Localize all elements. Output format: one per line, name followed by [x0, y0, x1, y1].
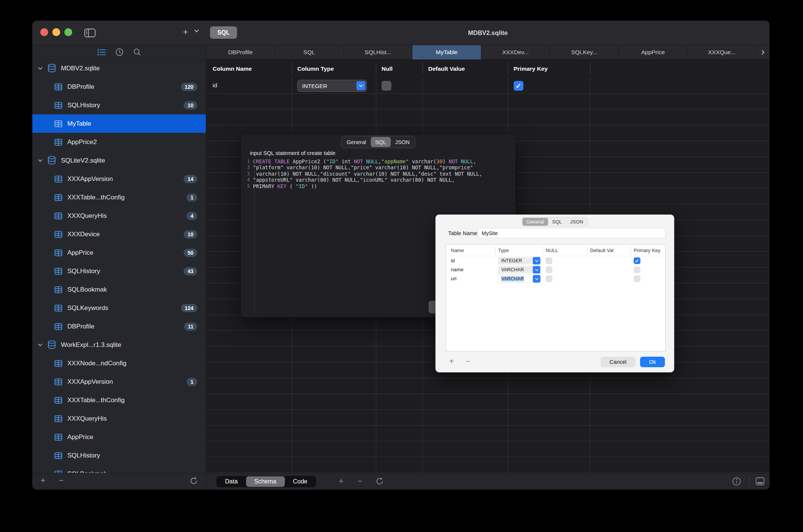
dialog-column-row[interactable]: nameVARCHAR: [446, 265, 665, 274]
table-row[interactable]: [206, 378, 770, 394]
tab-xxxdev[interactable]: XXXDev...: [481, 45, 550, 59]
dialog-tab-general[interactable]: General: [522, 218, 548, 226]
chevron-expand-icon[interactable]: [38, 343, 44, 347]
chevron-down-icon[interactable]: [194, 29, 199, 33]
sidebar-item-table[interactable]: AppPrice: [32, 428, 206, 446]
code-token: AppPrice2 (: [290, 158, 327, 164]
tab-sqlkey[interactable]: SQLKey...: [550, 45, 619, 59]
table-name-field[interactable]: MySite: [478, 228, 666, 238]
cancel-button[interactable]: Cancel: [601, 357, 636, 367]
add-database-button[interactable]: +: [41, 476, 46, 485]
panel-tab-sql[interactable]: SQL: [371, 137, 391, 147]
list-view-icon[interactable]: [97, 49, 106, 56]
chevron-expand-icon[interactable]: [38, 67, 44, 70]
sidebar-item-table[interactable]: DBProfile11: [32, 317, 206, 336]
minimize-window-button[interactable]: [52, 28, 60, 36]
chevron-down-icon: [533, 275, 540, 283]
sidebar-item-table[interactable]: SQLKeywords124: [32, 299, 206, 317]
table-row[interactable]: [206, 109, 770, 125]
column-type-dropdown[interactable]: INTEGER: [297, 80, 367, 92]
cell-column-name[interactable]: id: [213, 82, 217, 89]
sidebar-item-table[interactable]: MyTable: [32, 114, 206, 133]
table-icon: [53, 359, 63, 368]
dialog-null-checkbox[interactable]: [546, 257, 552, 264]
sidebar-item-table[interactable]: SQLHistory43: [32, 262, 206, 280]
sidebar-item-table[interactable]: AppPrice50: [32, 243, 206, 262]
dialog-column-row[interactable]: idINTEGER✓: [446, 256, 665, 265]
table-row[interactable]: [206, 457, 770, 473]
code-token: [363, 158, 366, 164]
history-clock-icon[interactable]: [116, 48, 123, 56]
dialog-tab-sql[interactable]: SQL: [548, 218, 566, 226]
sidebar-item-table[interactable]: XXXAppVersion14: [32, 170, 206, 188]
table-row[interactable]: [206, 394, 770, 410]
dialog-type-dropdown[interactable]: VARCHAR: [498, 275, 540, 283]
refresh-icon[interactable]: [190, 477, 198, 485]
segment-code[interactable]: Code: [285, 476, 316, 487]
null-checkbox[interactable]: [382, 81, 391, 91]
segment-data[interactable]: Data: [217, 476, 246, 487]
dialog-null-checkbox[interactable]: [546, 275, 552, 282]
dialog-tab-json[interactable]: JSON: [566, 218, 587, 226]
sidebar-item-database[interactable]: MDBV2.sqlite: [32, 59, 206, 78]
sidebar-item-table[interactable]: XXXQueryHis: [32, 409, 206, 428]
tab-overflow-button[interactable]: [756, 45, 770, 59]
dialog-column-header-type: Type: [498, 245, 509, 256]
add-column-button[interactable]: +: [339, 476, 344, 486]
chevron-expand-icon[interactable]: [38, 159, 44, 162]
table-row[interactable]: [206, 94, 770, 109]
main-bottom-bar: DataSchemaCode + −: [206, 473, 770, 489]
dialog-type-dropdown[interactable]: INTEGER: [498, 257, 540, 264]
row-count-badge: 11: [184, 322, 197, 331]
search-icon[interactable]: [133, 48, 141, 56]
dialog-primary-key-checkbox[interactable]: [634, 275, 640, 282]
tab-xxxque[interactable]: XXXQue...: [687, 45, 756, 59]
tab-sql[interactable]: SQL: [275, 45, 344, 59]
dialog-primary-key-checkbox[interactable]: ✓: [634, 257, 640, 264]
sidebar-item-table[interactable]: XXXTable...thConfig: [32, 391, 206, 409]
tab-sqlhist[interactable]: SQLHist...: [344, 45, 413, 59]
dialog-remove-row-button[interactable]: −: [466, 357, 470, 366]
sidebar-item-database[interactable]: SQLiteV2.sqlite: [32, 151, 206, 170]
primary-key-checkbox[interactable]: ✓: [514, 81, 523, 91]
sidebar-item-table[interactable]: XXXAppVersion1: [32, 372, 206, 391]
sidebar-item-table[interactable]: DBProfile120: [32, 78, 206, 96]
table-row[interactable]: [206, 426, 770, 441]
dialog-type-dropdown[interactable]: VARCHAR: [498, 266, 540, 274]
segment-schema[interactable]: Schema: [246, 476, 285, 487]
toggle-sidebar-icon[interactable]: [84, 29, 96, 37]
sidebar-item-table[interactable]: AppPrice2: [32, 133, 206, 151]
close-window-button[interactable]: [40, 28, 48, 36]
tab-appprice[interactable]: AppPrice: [619, 45, 688, 59]
row-count-badge: 14: [184, 175, 197, 183]
sidebar-item-table[interactable]: XXXDevice10: [32, 225, 206, 243]
panel-tab-general[interactable]: General: [342, 137, 371, 147]
remove-database-button[interactable]: −: [59, 476, 64, 485]
table-row[interactable]: [206, 410, 770, 426]
sidebar-item-table[interactable]: XXXQueryHis4: [32, 207, 206, 225]
panel-tab-json[interactable]: JSON: [391, 137, 414, 147]
ok-button[interactable]: Ok: [640, 357, 665, 367]
dialog-null-checkbox[interactable]: [546, 266, 552, 273]
sidebar-item-table[interactable]: XXXTable...thConfig1: [32, 188, 206, 207]
sidebar-item-table[interactable]: SQLHistory: [32, 446, 206, 465]
bottom-panel-icon[interactable]: [756, 477, 765, 485]
table-row[interactable]: [206, 441, 770, 457]
refresh-icon[interactable]: [376, 477, 384, 485]
sidebar-item-table[interactable]: SQLBookmak: [32, 280, 206, 299]
sidebar-item-table[interactable]: SQLHistory10: [32, 96, 206, 114]
sidebar-item-database[interactable]: WorkExpl...r1.3.sqlite: [32, 336, 206, 354]
tab-dbprofile[interactable]: DBProfile: [206, 45, 275, 59]
info-icon[interactable]: [732, 477, 741, 486]
dialog-primary-key-checkbox[interactable]: [634, 266, 640, 273]
add-tab-button[interactable]: +: [181, 27, 190, 37]
table-row[interactable]: [206, 78, 770, 94]
dialog-column-row[interactable]: urlVARCHAR: [446, 274, 665, 283]
remove-column-button[interactable]: −: [357, 476, 362, 486]
dialog-add-row-button[interactable]: +: [449, 357, 454, 366]
zoom-window-button[interactable]: [64, 28, 72, 36]
sidebar-item-label: DBProfile: [67, 83, 94, 91]
tab-mytable[interactable]: MyTable: [412, 45, 481, 59]
sidebar-item-table[interactable]: XXXNode...ndConfig: [32, 354, 206, 372]
header-divider: [376, 62, 376, 75]
